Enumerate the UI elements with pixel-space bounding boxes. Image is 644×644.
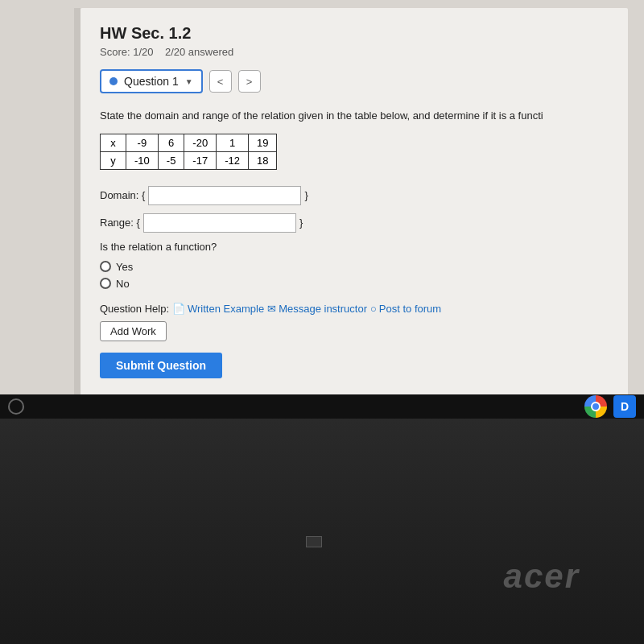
- score-value: Score: 1/20: [100, 46, 154, 58]
- table-row-x: x -9 6 -20 1 19: [101, 134, 277, 151]
- range-row: Range: { }: [100, 213, 609, 233]
- chevron-down-icon: ▼: [185, 77, 193, 86]
- laptop-body: acer: [0, 419, 644, 644]
- drive-icon[interactable]: D: [613, 395, 636, 418]
- no-option[interactable]: No: [100, 278, 609, 290]
- prev-button[interactable]: <: [209, 70, 232, 93]
- no-label: No: [116, 278, 130, 290]
- y-val-3: -17: [184, 151, 217, 169]
- x-val-1: -9: [126, 134, 159, 151]
- yes-option[interactable]: Yes: [100, 261, 609, 273]
- range-label: Range: {: [100, 217, 140, 229]
- answered-count: 2/20 answered: [165, 46, 233, 58]
- post-to-forum-text: Post to forum: [379, 303, 441, 315]
- x-label: x: [101, 134, 126, 151]
- range-close: }: [299, 217, 303, 229]
- domain-input[interactable]: [148, 186, 301, 205]
- score-line: Score: 1/20 2/20 answered: [100, 46, 609, 58]
- question-dot: [109, 77, 118, 85]
- question-label: Question 1: [124, 75, 179, 88]
- yes-label: Yes: [116, 261, 133, 273]
- taskbar-circle: [8, 398, 24, 415]
- page-title: HW Sec. 1.2: [100, 24, 609, 43]
- windows-key[interactable]: [306, 536, 322, 547]
- y-val-1: -10: [126, 151, 159, 169]
- written-example-text: Written Example: [188, 303, 264, 315]
- question-dropdown[interactable]: Question 1 ▼: [100, 69, 203, 93]
- range-input[interactable]: [143, 213, 296, 233]
- help-label: Question Help:: [100, 303, 169, 315]
- y-label: y: [101, 151, 126, 169]
- left-accent: [74, 8, 80, 402]
- function-question: Is the relation a function?: [100, 241, 609, 253]
- chrome-icon[interactable]: [584, 395, 607, 418]
- content-panel: HW Sec. 1.2 Score: 1/20 2/20 answered Qu…: [80, 8, 628, 402]
- yes-radio[interactable]: [100, 261, 111, 272]
- question-selector: Question 1 ▼ < >: [100, 69, 609, 93]
- relation-table: x -9 6 -20 1 19 y -10 -5 -17 -12 18: [100, 134, 277, 170]
- taskbar: D: [0, 394, 644, 419]
- domain-close: }: [304, 189, 308, 201]
- no-radio[interactable]: [100, 278, 111, 289]
- document-icon: 📄: [172, 303, 185, 315]
- domain-row: Domain: { }: [100, 186, 609, 205]
- x-val-3: -20: [184, 134, 217, 151]
- acer-logo: acer: [504, 557, 580, 596]
- y-val-5: 18: [248, 151, 276, 169]
- next-button[interactable]: >: [238, 70, 261, 93]
- x-val-2: 6: [158, 134, 184, 151]
- post-to-forum-link[interactable]: ○ Post to forum: [370, 303, 441, 315]
- message-instructor-text: Message instructor: [279, 303, 367, 315]
- taskbar-right: D: [584, 395, 636, 418]
- question-text: State the domain and range of the relati…: [100, 108, 609, 124]
- table-row-y: y -10 -5 -17 -12 18: [101, 151, 277, 169]
- domain-label: Domain: {: [100, 189, 145, 201]
- radio-group: Yes No: [100, 261, 609, 290]
- help-row: Question Help: 📄 Written Example ✉ Messa…: [100, 303, 609, 315]
- drive-letter: D: [621, 400, 629, 413]
- add-work-button[interactable]: Add Work: [100, 321, 167, 341]
- forum-icon: ○: [370, 303, 377, 315]
- submit-question-button[interactable]: Submit Question: [100, 353, 222, 378]
- message-instructor-link[interactable]: ✉ Message instructor: [267, 303, 367, 315]
- email-icon: ✉: [267, 303, 276, 315]
- written-example-link[interactable]: 📄 Written Example: [172, 303, 264, 315]
- y-val-2: -5: [158, 151, 184, 169]
- x-val-5: 19: [248, 134, 276, 151]
- x-val-4: 1: [217, 134, 249, 151]
- y-val-4: -12: [217, 151, 249, 169]
- chrome-inner: [591, 402, 601, 411]
